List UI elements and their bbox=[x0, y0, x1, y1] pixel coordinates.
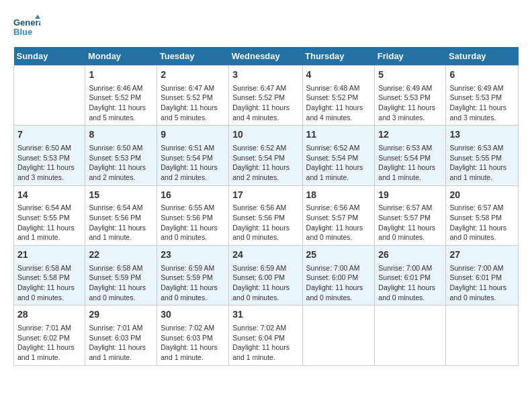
day-number: 14 bbox=[17, 189, 81, 202]
calendar-cell bbox=[14, 66, 85, 126]
day-number: 9 bbox=[161, 128, 225, 142]
page-header: General Blue bbox=[13, 13, 519, 40]
day-info: Sunrise: 6:47 AMSunset: 5:52 PMDaylight:… bbox=[161, 83, 225, 123]
day-number: 2 bbox=[161, 68, 225, 82]
day-info: Sunrise: 6:52 AMSunset: 5:54 PMDaylight:… bbox=[306, 143, 371, 183]
calendar-table: SundayMondayTuesdayWednesdayThursdayFrid… bbox=[13, 47, 519, 366]
day-info: Sunrise: 6:49 AMSunset: 5:53 PMDaylight:… bbox=[378, 83, 442, 123]
calendar-cell: 6Sunrise: 6:49 AMSunset: 5:53 PMDaylight… bbox=[446, 66, 519, 126]
day-number: 11 bbox=[306, 128, 371, 142]
header-day-wednesday: Wednesday bbox=[229, 47, 302, 66]
calendar-cell: 27Sunrise: 7:00 AMSunset: 6:01 PMDayligh… bbox=[446, 246, 519, 306]
header-day-tuesday: Tuesday bbox=[157, 47, 229, 66]
day-info: Sunrise: 6:54 AMSunset: 5:56 PMDaylight:… bbox=[89, 203, 153, 242]
header-day-monday: Monday bbox=[85, 47, 157, 66]
calendar-cell: 1Sunrise: 6:46 AMSunset: 5:52 PMDaylight… bbox=[85, 66, 157, 126]
day-info: Sunrise: 6:46 AMSunset: 5:52 PMDaylight:… bbox=[89, 83, 153, 123]
day-info: Sunrise: 7:00 AMSunset: 6:01 PMDaylight:… bbox=[449, 263, 515, 303]
day-number: 3 bbox=[232, 68, 298, 82]
day-number: 26 bbox=[378, 248, 442, 262]
day-info: Sunrise: 6:59 AMSunset: 5:59 PMDaylight:… bbox=[161, 263, 225, 303]
day-info: Sunrise: 6:57 AMSunset: 5:58 PMDaylight:… bbox=[449, 203, 515, 242]
header-row: SundayMondayTuesdayWednesdayThursdayFrid… bbox=[14, 47, 519, 66]
svg-text:Blue: Blue bbox=[13, 27, 32, 37]
header-day-friday: Friday bbox=[375, 47, 446, 66]
calendar-cell: 7Sunrise: 6:50 AMSunset: 5:53 PMDaylight… bbox=[14, 126, 85, 185]
day-number: 23 bbox=[161, 248, 225, 262]
day-info: Sunrise: 6:56 AMSunset: 5:56 PMDaylight:… bbox=[232, 203, 298, 242]
day-info: Sunrise: 7:02 AMSunset: 6:03 PMDaylight:… bbox=[161, 323, 225, 363]
calendar-week-3: 14Sunrise: 6:54 AMSunset: 5:55 PMDayligh… bbox=[14, 185, 519, 245]
calendar-cell: 20Sunrise: 6:57 AMSunset: 5:58 PMDayligh… bbox=[446, 185, 519, 245]
day-number: 13 bbox=[449, 128, 515, 142]
day-info: Sunrise: 6:59 AMSunset: 6:00 PMDaylight:… bbox=[232, 263, 298, 303]
day-info: Sunrise: 6:55 AMSunset: 5:56 PMDaylight:… bbox=[161, 203, 225, 242]
calendar-cell: 5Sunrise: 6:49 AMSunset: 5:53 PMDaylight… bbox=[375, 66, 446, 126]
calendar-week-1: 1Sunrise: 6:46 AMSunset: 5:52 PMDaylight… bbox=[14, 66, 519, 126]
calendar-cell: 10Sunrise: 6:52 AMSunset: 5:54 PMDayligh… bbox=[229, 126, 302, 185]
day-number: 16 bbox=[161, 189, 225, 202]
day-info: Sunrise: 7:01 AMSunset: 6:03 PMDaylight:… bbox=[89, 323, 153, 363]
calendar-cell: 30Sunrise: 7:02 AMSunset: 6:03 PMDayligh… bbox=[157, 306, 229, 365]
day-number: 6 bbox=[449, 68, 515, 82]
day-info: Sunrise: 7:00 AMSunset: 6:00 PMDaylight:… bbox=[306, 263, 371, 303]
calendar-week-4: 21Sunrise: 6:58 AMSunset: 5:58 PMDayligh… bbox=[14, 246, 519, 306]
day-number: 22 bbox=[89, 248, 153, 262]
header-day-sunday: Sunday bbox=[14, 47, 85, 66]
calendar-cell: 25Sunrise: 7:00 AMSunset: 6:00 PMDayligh… bbox=[302, 246, 375, 306]
calendar-cell bbox=[446, 306, 519, 365]
calendar-cell: 2Sunrise: 6:47 AMSunset: 5:52 PMDaylight… bbox=[157, 66, 229, 126]
day-info: Sunrise: 6:56 AMSunset: 5:57 PMDaylight:… bbox=[306, 203, 371, 242]
day-info: Sunrise: 6:50 AMSunset: 5:53 PMDaylight:… bbox=[17, 143, 81, 183]
logo-icon: General Blue bbox=[13, 13, 40, 40]
day-number: 19 bbox=[378, 189, 442, 202]
day-number: 4 bbox=[306, 68, 371, 82]
day-number: 12 bbox=[378, 128, 442, 142]
day-info: Sunrise: 6:50 AMSunset: 5:53 PMDaylight:… bbox=[89, 143, 153, 183]
day-number: 31 bbox=[232, 308, 298, 322]
day-info: Sunrise: 6:48 AMSunset: 5:52 PMDaylight:… bbox=[306, 83, 371, 123]
calendar-week-2: 7Sunrise: 6:50 AMSunset: 5:53 PMDaylight… bbox=[14, 126, 519, 185]
svg-text:General: General bbox=[13, 17, 40, 28]
day-info: Sunrise: 6:53 AMSunset: 5:55 PMDaylight:… bbox=[449, 143, 515, 183]
calendar-cell: 4Sunrise: 6:48 AMSunset: 5:52 PMDaylight… bbox=[302, 66, 375, 126]
calendar-cell: 11Sunrise: 6:52 AMSunset: 5:54 PMDayligh… bbox=[302, 126, 375, 185]
day-number: 18 bbox=[306, 189, 371, 202]
calendar-cell: 8Sunrise: 6:50 AMSunset: 5:53 PMDaylight… bbox=[85, 126, 157, 185]
calendar-cell: 28Sunrise: 7:01 AMSunset: 6:02 PMDayligh… bbox=[14, 306, 85, 365]
calendar-cell: 22Sunrise: 6:58 AMSunset: 5:59 PMDayligh… bbox=[85, 246, 157, 306]
calendar-cell: 18Sunrise: 6:56 AMSunset: 5:57 PMDayligh… bbox=[302, 185, 375, 245]
calendar-cell: 15Sunrise: 6:54 AMSunset: 5:56 PMDayligh… bbox=[85, 185, 157, 245]
calendar-cell: 24Sunrise: 6:59 AMSunset: 6:00 PMDayligh… bbox=[229, 246, 302, 306]
calendar-week-5: 28Sunrise: 7:01 AMSunset: 6:02 PMDayligh… bbox=[14, 306, 519, 365]
day-number: 30 bbox=[161, 308, 225, 322]
calendar-cell: 31Sunrise: 7:02 AMSunset: 6:04 PMDayligh… bbox=[229, 306, 302, 365]
day-number: 27 bbox=[449, 248, 515, 262]
day-number: 24 bbox=[232, 248, 298, 262]
day-number: 15 bbox=[89, 189, 153, 202]
day-info: Sunrise: 6:47 AMSunset: 5:52 PMDaylight:… bbox=[232, 83, 298, 123]
day-number: 28 bbox=[17, 308, 81, 322]
svg-marker-2 bbox=[35, 15, 40, 19]
day-number: 8 bbox=[89, 128, 153, 142]
day-number: 10 bbox=[232, 128, 298, 142]
day-number: 25 bbox=[306, 248, 371, 262]
day-number: 7 bbox=[17, 128, 81, 142]
day-number: 17 bbox=[232, 189, 298, 202]
day-info: Sunrise: 6:54 AMSunset: 5:55 PMDaylight:… bbox=[17, 203, 81, 242]
day-number: 1 bbox=[89, 68, 153, 82]
calendar-cell: 19Sunrise: 6:57 AMSunset: 5:57 PMDayligh… bbox=[375, 185, 446, 245]
calendar-cell bbox=[375, 306, 446, 365]
header-day-saturday: Saturday bbox=[446, 47, 519, 66]
calendar-cell: 12Sunrise: 6:53 AMSunset: 5:54 PMDayligh… bbox=[375, 126, 446, 185]
day-number: 20 bbox=[449, 189, 515, 202]
calendar-cell: 9Sunrise: 6:51 AMSunset: 5:54 PMDaylight… bbox=[157, 126, 229, 185]
day-info: Sunrise: 6:58 AMSunset: 5:59 PMDaylight:… bbox=[89, 263, 153, 303]
calendar-cell: 17Sunrise: 6:56 AMSunset: 5:56 PMDayligh… bbox=[229, 185, 302, 245]
day-info: Sunrise: 6:58 AMSunset: 5:58 PMDaylight:… bbox=[17, 263, 81, 303]
day-info: Sunrise: 6:52 AMSunset: 5:54 PMDaylight:… bbox=[232, 143, 298, 183]
day-info: Sunrise: 6:57 AMSunset: 5:57 PMDaylight:… bbox=[378, 203, 442, 242]
day-number: 21 bbox=[17, 248, 81, 262]
calendar-cell: 21Sunrise: 6:58 AMSunset: 5:58 PMDayligh… bbox=[14, 246, 85, 306]
calendar-cell: 14Sunrise: 6:54 AMSunset: 5:55 PMDayligh… bbox=[14, 185, 85, 245]
